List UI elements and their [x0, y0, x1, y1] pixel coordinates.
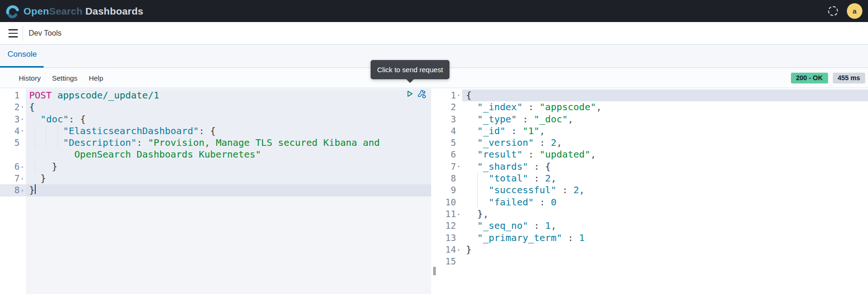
status-badge: 200 - OK	[791, 73, 828, 83]
line-number: 4	[438, 125, 462, 137]
code-line: 3▾ "doc": {	[0, 113, 431, 125]
line-number: 2▾	[0, 101, 26, 113]
line-number: 5	[0, 137, 26, 149]
code-line: 14▴}	[438, 244, 868, 256]
pane-divider	[431, 88, 438, 294]
wrench-icon[interactable]	[418, 90, 426, 98]
tab-active-indicator	[0, 66, 44, 68]
code-line: 7▴ }	[0, 173, 431, 184]
line-number: 2	[438, 101, 462, 113]
code-text[interactable]: }	[26, 184, 431, 196]
code-text: }	[462, 244, 868, 256]
code-text[interactable]: "ElasticsearchDashboard": {	[26, 125, 431, 137]
code-line: 8 "total" : 2,	[438, 173, 868, 184]
code-text: "_shards" : {	[462, 161, 868, 173]
code-line: 2 "_index" : "appscode",	[438, 101, 868, 113]
line-number: 8▴	[0, 184, 26, 196]
line-number: 1	[0, 90, 26, 101]
code-line: 1▾{	[438, 90, 868, 101]
fold-toggle-icon[interactable]: ▴	[20, 173, 25, 184]
help-icon[interactable]	[828, 6, 838, 16]
code-text: "total" : 2,	[462, 173, 868, 184]
code-line: 8▴}	[0, 184, 431, 196]
code-text: "_id" : "1",	[462, 125, 868, 137]
fold-toggle-icon[interactable]: ▾	[456, 161, 461, 173]
tab-console[interactable]: Console	[8, 50, 37, 59]
menu-item-settings[interactable]: Settings	[52, 74, 78, 82]
line-number: 15	[438, 256, 462, 267]
code-line: 5 "_version" : 2,	[438, 137, 868, 149]
line-number: 3	[438, 113, 462, 125]
code-text[interactable]: {	[26, 101, 431, 113]
app-header: OpenSearchDashboards a	[0, 0, 868, 22]
code-line: 15	[438, 256, 868, 267]
code-text: "result" : "updated",	[462, 149, 868, 160]
fold-toggle-icon[interactable]: ▾	[20, 113, 25, 125]
brand-title: OpenSearchDashboards	[23, 6, 143, 17]
line-number: 5	[438, 137, 462, 149]
opensearch-logo-icon	[6, 4, 20, 18]
code-line: 6▴ }	[0, 161, 431, 173]
line-number: 6	[438, 149, 462, 160]
code-line: 4▾ "ElasticsearchDashboard": {	[0, 125, 431, 137]
line-number: 6▴	[0, 161, 26, 173]
line-number: 12	[438, 220, 462, 232]
line-number: 3▾	[0, 113, 26, 125]
code-text[interactable]: OpenSearch Dashboards Kubernetes"	[26, 149, 431, 160]
fold-toggle-icon[interactable]: ▴	[20, 161, 25, 173]
fold-toggle-icon[interactable]: ▾	[20, 125, 25, 137]
code-line: 13 "_primary_term" : 1	[438, 232, 868, 244]
split-handle-icon[interactable]: ‖	[431, 265, 438, 276]
code-text[interactable]: }	[26, 161, 431, 173]
fold-toggle-icon[interactable]: ▾	[456, 90, 461, 101]
code-line: 7▾ "_shards" : {	[438, 161, 868, 173]
code-line: 9 "successful" : 2,	[438, 184, 868, 196]
line-number	[0, 149, 26, 160]
line-number: 10	[438, 196, 462, 208]
code-text[interactable]: }	[26, 173, 431, 184]
console-editors: 1POST appscode/_update/12▾{3▾ "doc": {4▾…	[0, 88, 868, 294]
code-text[interactable]: "Description": "Provision, Manage TLS se…	[26, 137, 431, 149]
menu-item-history[interactable]: History	[19, 74, 41, 82]
code-text: {	[462, 90, 868, 101]
code-text: },	[462, 208, 868, 220]
breadcrumb: Dev Tools	[29, 28, 62, 38]
code-text[interactable]: POST appscode/_update/1	[26, 90, 431, 101]
request-actions	[406, 90, 426, 98]
code-line: 3 "_type" : "_doc",	[438, 113, 868, 125]
line-number: 7▾	[438, 161, 462, 173]
line-number: 7▴	[0, 173, 26, 184]
code-line: 4 "_id" : "1",	[438, 125, 868, 137]
fold-toggle-icon[interactable]: ▴	[456, 244, 461, 256]
request-editor[interactable]: 1POST appscode/_update/12▾{3▾ "doc": {4▾…	[0, 88, 431, 294]
code-text[interactable]: "doc": {	[26, 113, 431, 125]
menu-item-help[interactable]: Help	[89, 74, 103, 82]
code-text: "failed" : 0	[462, 196, 868, 208]
code-text: "_type" : "_doc",	[462, 113, 868, 125]
play-send-icon[interactable]	[406, 90, 414, 98]
code-line: 12 "_seq_no" : 1,	[438, 220, 868, 232]
breadcrumb-bar: Dev Tools	[0, 22, 868, 45]
code-line: 1POST appscode/_update/1	[0, 90, 431, 101]
tooltip-text: Click to send request	[377, 66, 443, 74]
fold-toggle-icon[interactable]: ▾	[20, 101, 25, 113]
code-text: "_primary_term" : 1	[462, 232, 868, 244]
fold-toggle-icon[interactable]: ▴	[456, 208, 461, 220]
code-text	[462, 256, 868, 267]
response-viewer: 1▾{2 "_index" : "appscode",3 "_type" : "…	[438, 88, 868, 294]
line-number: 4▾	[0, 125, 26, 137]
code-text: "_version" : 2,	[462, 137, 868, 149]
line-number: 1▾	[438, 90, 462, 101]
line-number: 14▴	[438, 244, 462, 256]
fold-toggle-icon[interactable]: ▴	[20, 184, 25, 196]
status-badges: 200 - OK 455 ms	[791, 73, 865, 83]
line-number: 11▴	[438, 208, 462, 220]
line-number: 8	[438, 173, 462, 184]
avatar[interactable]: a	[847, 3, 862, 19]
line-number: 13	[438, 232, 462, 244]
brand: OpenSearchDashboards	[6, 4, 143, 18]
code-line: 5 "Description": "Provision, Manage TLS …	[0, 137, 431, 149]
hamburger-icon[interactable]	[7, 28, 20, 38]
code-line: 10 "failed" : 0	[438, 196, 868, 208]
code-text: "_seq_no" : 1,	[462, 220, 868, 232]
